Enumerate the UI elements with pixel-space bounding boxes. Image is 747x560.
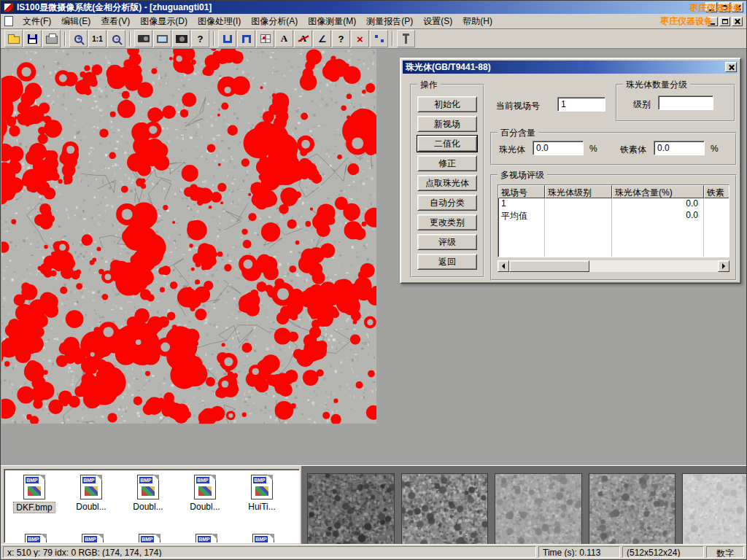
binarize-button[interactable]: 二值化 <box>417 136 477 152</box>
current-field-input[interactable]: 1 <box>557 97 605 112</box>
file-item[interactable]: BMP <box>178 534 235 543</box>
bmp-file-icon: BMP <box>25 534 47 543</box>
file-item[interactable]: BMP <box>121 534 178 543</box>
child-window-icon[interactable] <box>4 16 13 26</box>
mdi-minimize-button[interactable] <box>707 17 718 26</box>
grid-measure-button[interactable] <box>256 30 274 47</box>
current-field-label: 当前视场号 <box>496 100 540 112</box>
menu-measure-report[interactable]: 测量报告(P) <box>361 14 418 29</box>
question-icon: ? <box>198 34 204 44</box>
question-icon: ? <box>338 34 344 44</box>
menu-help[interactable]: 帮助(H) <box>457 14 498 29</box>
help-button[interactable]: ? <box>191 30 209 47</box>
menu-image-measure[interactable]: 图像测量(M) <box>303 14 361 29</box>
file-item[interactable]: BMP <box>64 534 121 543</box>
file-item[interactable]: BMP DKF.bmp <box>6 475 63 513</box>
level-input[interactable] <box>658 96 713 110</box>
pearlite-dialog: 珠光体(GB/T9441-88) 操作 初始化 新视场 二值化 修正 点取珠光体… <box>400 58 741 284</box>
thumbnail-art <box>28 486 41 496</box>
thumbnail-image[interactable] <box>495 473 582 546</box>
cut-button[interactable]: × <box>351 30 369 47</box>
thumbnail-image[interactable] <box>682 473 747 546</box>
grid-icon <box>260 34 271 43</box>
dialog-close-button[interactable] <box>725 62 737 72</box>
menu-view[interactable]: 查看(V) <box>96 14 135 29</box>
marker-button[interactable] <box>397 30 415 47</box>
red-x-icon: × <box>357 34 363 44</box>
open-button[interactable] <box>4 30 23 47</box>
file-item[interactable]: BMP <box>235 534 292 543</box>
file-item[interactable]: BMP HuiTi... <box>233 475 290 513</box>
metallograph-image[interactable] <box>1 49 376 424</box>
menu-bar: 文件(F) 编辑(E) 查看(V) 图像显示(D) 图像处理(I) 图像分析(A… <box>1 14 746 29</box>
video-button[interactable] <box>134 30 152 47</box>
menu-edit[interactable]: 编辑(E) <box>56 14 96 29</box>
file-item[interactable]: BMP Doubl... <box>177 475 233 513</box>
menu-file[interactable]: 文件(F) <box>18 14 56 29</box>
return-button[interactable]: 返回 <box>417 254 477 270</box>
bmp-file-icon: BMP <box>251 475 273 499</box>
cell-pearlite-content: 0.0 <box>612 210 704 222</box>
capture-button[interactable] <box>172 30 190 47</box>
zoom-in-button[interactable]: + <box>69 30 88 47</box>
dialog-title-bar[interactable]: 珠光体(GB/T9441-88) <box>403 61 738 74</box>
cell-ferrite <box>704 210 729 222</box>
correct-button[interactable]: 修正 <box>417 155 477 171</box>
scrollbar-thumb[interactable] <box>509 260 589 272</box>
menu-image-display[interactable]: 图像显示(D) <box>135 14 193 29</box>
new-field-button[interactable]: 新视场 <box>417 116 477 132</box>
page-fold-icon <box>39 475 45 481</box>
text-edit-button[interactable]: A <box>294 30 312 47</box>
header-pearlite-level: 珠光体级别 <box>545 185 612 198</box>
thumbnail-image[interactable] <box>589 473 676 546</box>
menu-image-analysis[interactable]: 图像分析(A) <box>246 14 303 29</box>
workspace: 珠光体(GB/T9441-88) 操作 初始化 新视场 二值化 修正 点取珠光体… <box>1 49 746 465</box>
title-bar[interactable]: IS100显微摄像系统(金相分析版) - [zhuguangti01] <box>1 1 746 14</box>
window-close-button[interactable] <box>732 2 743 12</box>
actual-size-button[interactable]: 1:1 <box>88 30 107 47</box>
ferrite-percent-input[interactable]: 0.0 <box>654 141 705 155</box>
text-annotate-button[interactable]: A <box>275 30 293 47</box>
file-item[interactable]: BMP Doubl... <box>63 475 120 513</box>
print-button[interactable] <box>42 30 61 47</box>
menu-image-processing[interactable]: 图像处理(I) <box>193 14 246 29</box>
context-help-button[interactable]: ? <box>332 30 350 47</box>
close-icon <box>735 4 741 11</box>
file-item[interactable]: BMP <box>7 534 64 543</box>
point-measure-button[interactable] <box>370 30 388 47</box>
operation-group: 操作 初始化 新视场 二值化 修正 点取珠光体 自动分类 更改类别 评级 返回 <box>410 84 484 278</box>
cursor-position-status: x: 510 y: 79 idx: 0 RGB: (174, 174, 174) <box>3 546 536 558</box>
toolbar-separator <box>64 31 66 46</box>
thumbnail-art <box>85 486 98 496</box>
menu-settings[interactable]: 设置(S) <box>418 14 457 29</box>
rate-button[interactable]: 评级 <box>417 234 477 250</box>
window-maximize-button[interactable] <box>719 2 730 12</box>
multifield-table: 视场号 珠光体级别 珠光体含量(%) 铁素 1 0.0 平均值 <box>498 184 729 257</box>
multifield-group-label: 多视场评级 <box>498 169 547 182</box>
scroll-left-button[interactable] <box>498 260 509 272</box>
mdi-restore-button[interactable] <box>719 17 730 26</box>
table-horizontal-scrollbar[interactable] <box>498 260 729 272</box>
initialize-button[interactable]: 初始化 <box>417 96 477 112</box>
mdi-close-button[interactable] <box>732 17 743 26</box>
display-button[interactable] <box>153 30 171 47</box>
change-class-button[interactable]: 更改类别 <box>417 214 477 230</box>
table-row[interactable]: 平均值 0.0 <box>498 210 729 222</box>
pick-pearlite-button[interactable]: 点取珠光体 <box>417 175 477 191</box>
thumbnail-image[interactable] <box>401 473 489 546</box>
file-item[interactable]: BMP Doubl... <box>120 475 177 513</box>
zoom-out-button[interactable]: - <box>107 30 125 47</box>
angle-measure-button[interactable]: ∠ <box>313 30 331 47</box>
thumbnail-image[interactable] <box>307 473 395 546</box>
auto-classify-button[interactable]: 自动分类 <box>417 195 477 211</box>
save-button[interactable] <box>23 30 42 47</box>
caliper-vertical-button[interactable] <box>218 30 236 47</box>
window-minimize-button[interactable] <box>705 2 717 12</box>
level-label: 级别 <box>633 98 651 111</box>
page-fold-icon <box>41 534 47 540</box>
caliper-horizontal-button[interactable] <box>237 30 255 47</box>
thumbnail-strip <box>301 466 747 546</box>
pearlite-percent-input[interactable]: 0.0 <box>533 141 584 155</box>
scroll-right-button[interactable] <box>718 260 729 272</box>
table-row[interactable]: 1 0.0 <box>498 198 729 210</box>
